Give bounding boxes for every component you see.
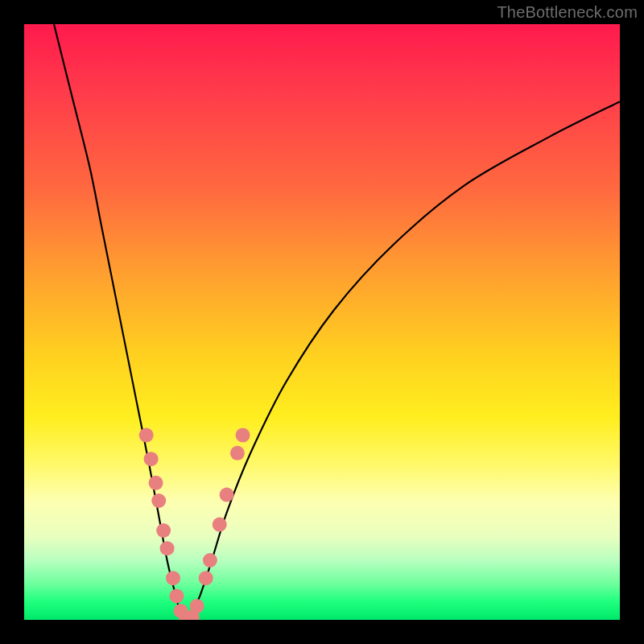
highlight-dot <box>230 446 245 460</box>
right-curve <box>186 101 620 620</box>
highlight-dot <box>199 571 213 585</box>
highlight-dots <box>139 428 250 620</box>
plot-area <box>24 24 620 620</box>
highlight-dot <box>149 476 163 490</box>
highlight-dot <box>236 428 250 443</box>
highlight-dot <box>190 599 204 613</box>
highlight-dot <box>160 541 175 555</box>
highlight-dot <box>203 553 217 568</box>
highlight-dot <box>144 452 159 466</box>
highlight-dot <box>139 428 154 443</box>
highlight-dot <box>213 518 227 532</box>
highlight-dot <box>166 571 180 585</box>
curve-layer <box>24 24 620 620</box>
chart-frame: TheBottleneck.com <box>0 0 644 644</box>
highlight-dot <box>169 588 184 603</box>
highlight-dot <box>151 493 166 508</box>
highlight-dot <box>156 523 171 538</box>
watermark-text: TheBottleneck.com <box>497 3 638 22</box>
highlight-dot <box>220 488 234 502</box>
